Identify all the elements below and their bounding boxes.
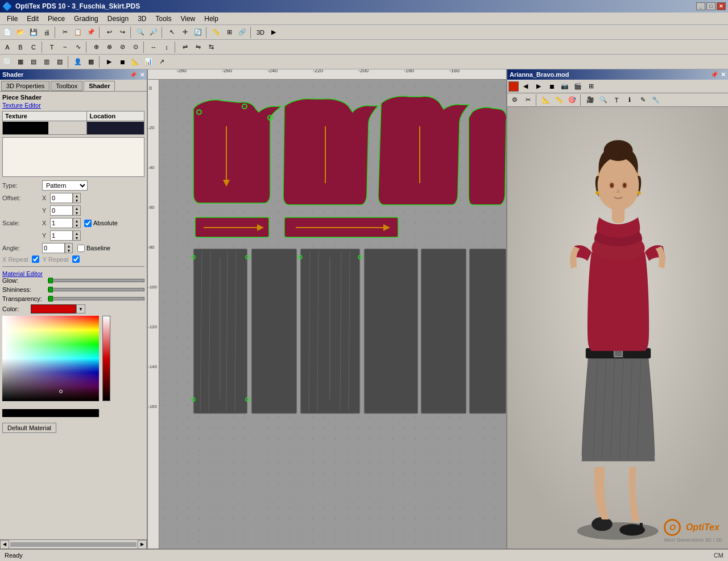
model-tb-3[interactable]: 🎬 bbox=[572, 80, 584, 93]
skirt-piece-6[interactable] bbox=[469, 249, 506, 414]
offset-y-up[interactable]: ▲ bbox=[73, 206, 80, 211]
model-tb-1[interactable]: ◀ bbox=[519, 80, 532, 93]
tb-3d[interactable]: 3D bbox=[254, 26, 267, 39]
type-select[interactable]: Pattern bbox=[42, 180, 88, 191]
tb2-14[interactable]: ⇋ bbox=[192, 41, 204, 53]
scale-x-down[interactable]: ▼ bbox=[73, 223, 80, 228]
tb2-6[interactable]: ∿ bbox=[72, 41, 84, 53]
scroll-right-btn[interactable]: ▶ bbox=[138, 540, 147, 549]
tb-save[interactable]: 💾 bbox=[27, 26, 40, 39]
texture-editor-link[interactable]: Texture Editor bbox=[2, 102, 144, 109]
tb2-8[interactable]: ⊗ bbox=[103, 41, 115, 53]
scale-y-up[interactable]: ▲ bbox=[73, 231, 80, 236]
tb3-2[interactable]: ▦ bbox=[14, 56, 27, 68]
tb-zoom-out[interactable]: 🔎 bbox=[147, 26, 160, 39]
model-tb-b2[interactable]: ✂ bbox=[522, 94, 534, 106]
tb-copy[interactable]: 📋 bbox=[72, 26, 84, 39]
pattern-piece-4[interactable] bbox=[469, 108, 506, 205]
transparency-track[interactable] bbox=[48, 297, 144, 300]
scale-x-spin[interactable]: ▲ ▼ bbox=[73, 218, 81, 228]
default-material-button[interactable]: Default Material bbox=[2, 423, 56, 433]
tb3-7[interactable]: ▩ bbox=[85, 56, 97, 68]
offset-y-down[interactable]: ▼ bbox=[73, 211, 80, 215]
scale-y-input[interactable] bbox=[50, 230, 73, 241]
scroll-left-btn[interactable]: ◀ bbox=[0, 540, 9, 549]
model-tb-b8[interactable]: T bbox=[610, 94, 623, 106]
model-tb-b3[interactable]: 📐 bbox=[540, 94, 552, 106]
tb-new[interactable]: 📄 bbox=[1, 26, 14, 39]
tb2-12[interactable]: ↕ bbox=[160, 41, 173, 53]
menu-help[interactable]: Help bbox=[200, 14, 223, 24]
tb3-11[interactable]: 📊 bbox=[142, 56, 155, 68]
scale-y-down[interactable]: ▼ bbox=[73, 236, 80, 240]
menu-3d[interactable]: 3D bbox=[133, 14, 151, 24]
texture-cell[interactable] bbox=[3, 122, 48, 134]
tb-open[interactable]: 📂 bbox=[14, 26, 27, 39]
menu-tools[interactable]: Tools bbox=[151, 14, 176, 24]
close-button[interactable]: ✕ bbox=[717, 2, 726, 10]
model-tb-b1[interactable]: ⚙ bbox=[508, 94, 521, 106]
tb-snap[interactable]: 🔗 bbox=[236, 26, 249, 39]
tb3-8[interactable]: ▶ bbox=[103, 56, 115, 68]
tb2-5[interactable]: ~ bbox=[59, 41, 71, 53]
tb3-10[interactable]: 📐 bbox=[129, 56, 142, 68]
material-editor-link[interactable]: Material Editor bbox=[2, 270, 43, 277]
maximize-button[interactable]: □ bbox=[706, 2, 715, 10]
absolute-checkbox[interactable] bbox=[84, 220, 92, 227]
model-viewport[interactable]: O OptiTex Next Generation 3D / 2D bbox=[507, 107, 728, 548]
model-tb-4[interactable]: ⊞ bbox=[585, 80, 597, 93]
offset-y-input[interactable] bbox=[50, 205, 73, 216]
model-tb-red[interactable] bbox=[508, 81, 519, 92]
tab-toolbox[interactable]: Toolbox bbox=[51, 81, 82, 91]
angle-down[interactable]: ▼ bbox=[65, 248, 72, 253]
skirt-piece-2[interactable] bbox=[251, 249, 297, 414]
tb-move[interactable]: ✛ bbox=[179, 26, 191, 39]
menu-view[interactable]: View bbox=[176, 14, 200, 24]
panel-pin-icon[interactable]: 📌 bbox=[130, 72, 136, 78]
model-close-icon[interactable]: ✕ bbox=[721, 71, 726, 79]
panel-close-icon[interactable]: ✕ bbox=[140, 72, 144, 78]
tb2-11[interactable]: ↔ bbox=[147, 41, 160, 53]
tb-simulate[interactable]: ▶ bbox=[267, 26, 280, 39]
tb-paste[interactable]: 📌 bbox=[85, 26, 97, 39]
tb-rotate[interactable]: 🔄 bbox=[192, 26, 204, 39]
model-tb-b5[interactable]: 🎯 bbox=[566, 94, 578, 106]
color-preview[interactable] bbox=[31, 304, 76, 314]
model-tb-b10[interactable]: 🔧 bbox=[650, 94, 662, 106]
tb-zoom-in[interactable]: 🔍 bbox=[134, 26, 147, 39]
model-tb-b4[interactable]: 📏 bbox=[553, 94, 565, 106]
menu-piece[interactable]: Piece bbox=[43, 14, 69, 24]
tb3-3[interactable]: ▤ bbox=[27, 56, 40, 68]
tb2-2[interactable]: B bbox=[14, 41, 27, 53]
angle-spin[interactable]: ▲ ▼ bbox=[65, 243, 73, 253]
transparency-thumb[interactable] bbox=[48, 296, 53, 302]
tb2-10[interactable]: ⊙ bbox=[129, 41, 142, 53]
tb2-7[interactable]: ⊕ bbox=[90, 41, 102, 53]
color-brightness-bar[interactable] bbox=[102, 316, 110, 401]
skirt-piece-5[interactable] bbox=[421, 249, 466, 414]
tb3-9[interactable]: ⏹ bbox=[116, 56, 129, 68]
angle-up[interactable]: ▲ bbox=[65, 244, 72, 248]
tb2-3[interactable]: C bbox=[27, 41, 40, 53]
menu-grading[interactable]: Grading bbox=[69, 14, 103, 24]
tb2-4[interactable]: T bbox=[46, 41, 58, 53]
tb3-12[interactable]: ↗ bbox=[155, 56, 168, 68]
tb-select[interactable]: ↖ bbox=[166, 26, 178, 39]
pattern-piece-1[interactable] bbox=[193, 100, 282, 203]
model-tb-b9[interactable]: ✎ bbox=[636, 94, 649, 106]
texture-row[interactable] bbox=[3, 121, 144, 135]
scale-y-spin[interactable]: ▲ ▼ bbox=[73, 230, 81, 241]
tab-3d-properties[interactable]: 3D Properties bbox=[1, 81, 49, 91]
color-picker[interactable] bbox=[2, 316, 110, 407]
color-dropdown-arrow[interactable]: ▼ bbox=[76, 304, 85, 314]
pattern-piece-2[interactable] bbox=[283, 99, 378, 205]
pattern-piece-3[interactable] bbox=[378, 96, 469, 205]
tb3-5[interactable]: ▧ bbox=[53, 56, 66, 68]
tb-redo[interactable]: ↪ bbox=[116, 26, 129, 39]
shininess-track[interactable] bbox=[48, 288, 144, 291]
tb2-13[interactable]: ⇌ bbox=[179, 41, 191, 53]
menu-edit[interactable]: Edit bbox=[22, 14, 43, 24]
offset-x-spin[interactable]: ▲ ▼ bbox=[73, 193, 81, 203]
location-cell[interactable] bbox=[87, 122, 144, 134]
tb-cut[interactable]: ✂ bbox=[59, 26, 71, 39]
